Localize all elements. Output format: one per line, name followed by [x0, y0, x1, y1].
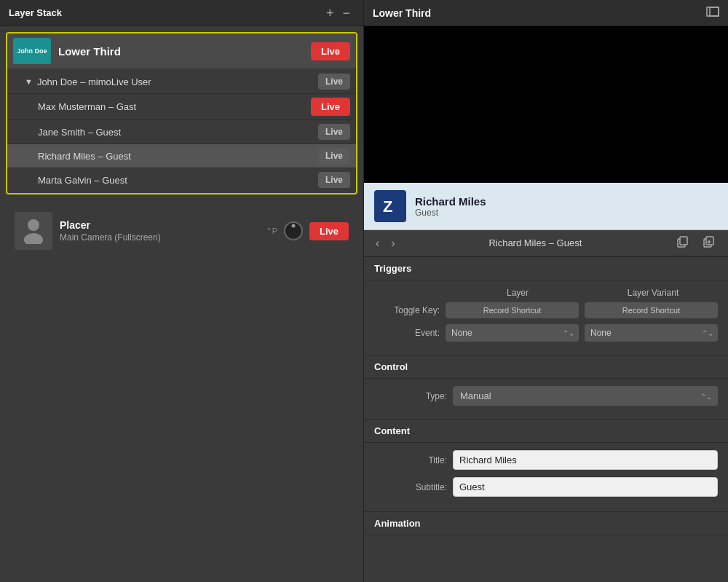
nav-prev-button[interactable]: ‹ [373, 235, 382, 251]
variant-name: Richard Miles – Guest [25, 151, 318, 162]
svg-point-0 [28, 219, 39, 231]
lower-third-main-item[interactable]: John Doe Lower Third Live [7, 34, 356, 68]
placer-info: Placer Main Camera (Fullscreen) [60, 219, 266, 243]
layer-stack-header: Layer Stack + − [0, 0, 363, 26]
control-type-select[interactable]: Manual Automatic Timed [453, 386, 718, 406]
col-layer-label: Layer [453, 288, 582, 298]
add-layer-button[interactable]: + [322, 7, 339, 20]
nav-variant-name: Richard Miles – Guest [404, 237, 667, 248]
content-section: Title: Subtitle: [364, 443, 728, 511]
variant-live-button[interactable]: Live [318, 124, 350, 140]
placer-thumbnail [15, 212, 52, 250]
control-section-header: Control [364, 355, 728, 379]
svg-point-4 [292, 238, 295, 241]
right-panel: Lower Third Z Richard Miles Guest ‹ › Ri… [364, 0, 728, 582]
triggers-toggle-key-row: Toggle Key: Record Shortcut Record Short… [374, 302, 718, 318]
subtitle-row: Subtitle: [374, 477, 718, 497]
lower-third-name: Lower Third [58, 45, 311, 58]
triangle-icon: ▼ [25, 77, 33, 86]
lower-third-live-button[interactable]: Live [311, 42, 350, 60]
variant-name: Jane Smith – Guest [25, 127, 318, 138]
left-panel: Layer Stack + − John Doe Lower Third Liv… [0, 0, 364, 582]
person-info: Richard Miles Guest [415, 195, 486, 218]
control-section: Type: Manual Automatic Timed [364, 379, 728, 419]
list-item[interactable]: Marta Galvin – Guest Live [7, 168, 356, 192]
nav-next-button[interactable]: › [388, 235, 397, 251]
placer-item[interactable]: Placer Main Camera (Fullscreen) ⌃P Live [6, 206, 357, 256]
svg-point-3 [291, 224, 295, 228]
variant-live-button[interactable]: Live [318, 74, 350, 90]
paste-icon [703, 236, 715, 248]
svg-rect-6 [710, 7, 719, 16]
triggers-section: Layer Layer Variant Toggle Key: Record S… [364, 280, 728, 355]
svg-rect-10 [680, 237, 687, 245]
variant-live-button[interactable]: Live [318, 148, 350, 164]
col-layer-variant-label: Layer Variant [588, 288, 718, 298]
title-input[interactable] [453, 450, 718, 470]
animation-section-header: Animation [364, 511, 728, 535]
triggers-section-header: Triggers [364, 256, 728, 280]
knob-icon[interactable] [283, 221, 304, 241]
title-label: Title: [374, 455, 447, 465]
event-label: Event: [374, 328, 440, 338]
right-panel-header: Lower Third [364, 0, 728, 26]
content-area[interactable]: Triggers Layer Layer Variant Toggle Key:… [364, 256, 728, 582]
variant-live-button[interactable]: Live [318, 172, 350, 188]
type-select-wrapper: Manual Automatic Timed [453, 386, 718, 406]
window-expand-icon [706, 7, 719, 17]
variant-name: Marta Galvin – Guest [25, 175, 318, 186]
person-name: Richard Miles [415, 195, 486, 208]
subtitle-label: Subtitle: [374, 482, 447, 492]
list-item[interactable]: Jane Smith – Guest Live [7, 120, 356, 144]
layer-event-select[interactable]: None On Air Off Air [446, 324, 579, 342]
layer-event-select-wrapper: None On Air Off Air [446, 324, 579, 342]
person-logo: Z [379, 194, 402, 218]
triggers-header-row: Layer Layer Variant [374, 288, 718, 298]
svg-rect-5 [707, 7, 719, 16]
person-role: Guest [415, 208, 486, 218]
placer-live-button[interactable]: Live [309, 222, 349, 240]
content-section-header: Content [364, 419, 728, 443]
copy-icon [677, 236, 689, 248]
expand-icon[interactable] [706, 7, 719, 19]
triggers-event-row: Event: None On Air Off Air None On Air O… [374, 324, 718, 342]
placer-controls: ⌃P Live [266, 221, 349, 241]
person-icon [23, 218, 44, 244]
list-item[interactable]: Max Musterman – Gast Live [7, 94, 356, 120]
lower-third-group: John Doe Lower Third Live ▼ John Doe – m… [6, 32, 357, 194]
variant-event-select-wrapper: None On Air Off Air [585, 324, 718, 342]
svg-text:Z: Z [383, 197, 392, 216]
paste-button[interactable] [699, 235, 719, 251]
svg-rect-12 [706, 237, 713, 245]
list-item[interactable]: ▼ John Doe – mimoLive User Live [7, 70, 356, 94]
variant-name: John Doe – mimoLive User [37, 76, 318, 87]
type-label: Type: [374, 391, 447, 401]
toggle-key-label: Toggle Key: [374, 305, 440, 315]
variant-list: ▼ John Doe – mimoLive User Live Max Must… [7, 68, 356, 193]
variant-event-select[interactable]: None On Air Off Air [585, 324, 718, 342]
preview-area [364, 26, 728, 183]
subtitle-input[interactable] [453, 477, 718, 497]
svg-point-1 [24, 233, 43, 244]
variant-name: Max Musterman – Gast [25, 101, 311, 112]
placer-subtitle: Main Camera (Fullscreen) [60, 232, 266, 243]
layer-stack-title: Layer Stack [9, 7, 322, 18]
nav-bar: ‹ › Richard Miles – Guest [364, 230, 728, 256]
remove-layer-button[interactable]: − [338, 7, 355, 20]
variant-live-button[interactable]: Live [311, 98, 350, 116]
lower-third-thumbnail: John Doe [13, 38, 51, 64]
layer-record-shortcut-button[interactable]: Record Shortcut [446, 302, 579, 318]
cp-symbol: ⌃P [266, 227, 277, 236]
title-row: Title: [374, 450, 718, 470]
list-item[interactable]: Richard Miles – Guest Live [7, 144, 356, 168]
copy-button[interactable] [673, 235, 693, 251]
person-avatar: Z [374, 190, 406, 222]
right-panel-title: Lower Third [373, 7, 706, 19]
variant-record-shortcut-button[interactable]: Record Shortcut [585, 302, 718, 318]
person-header: Z Richard Miles Guest [364, 183, 728, 230]
control-type-row: Type: Manual Automatic Timed [374, 386, 718, 406]
placer-name: Placer [60, 219, 266, 231]
